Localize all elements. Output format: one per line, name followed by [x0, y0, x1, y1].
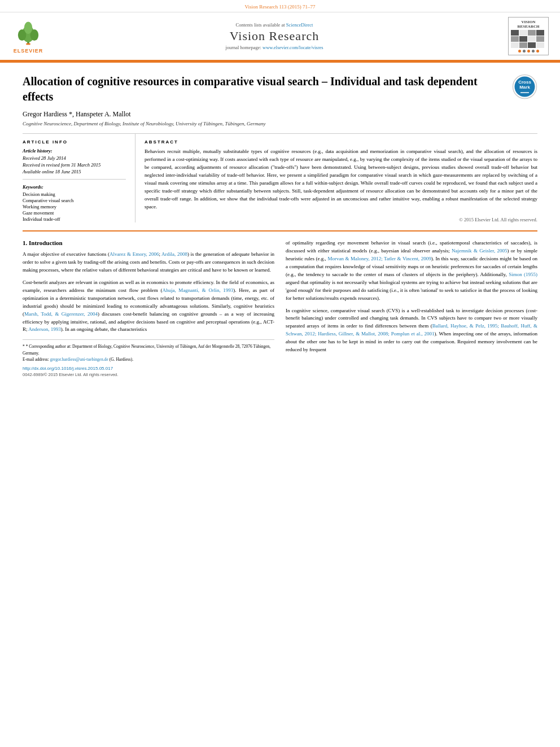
sciencedirect-link[interactable]: ScienceDirect	[286, 22, 313, 28]
authors: Gregor Hardiess *, Hanspeter A. Mallot	[23, 110, 537, 119]
ref-anderson[interactable]: Anderson, 1993	[28, 326, 61, 332]
ref-morvan[interactable]: Morvan & Maloney, 2012; Tatler & Vincent…	[327, 256, 431, 261]
title-area: Cross Mark ✓ Allocation of cognitive res…	[23, 74, 537, 104]
received-revised-date: Received in revised form 31 March 2015	[23, 162, 126, 168]
footnote-area: * * Corresponding author at: Department …	[23, 339, 274, 377]
svg-text:Mark: Mark	[519, 85, 530, 90]
top-bar: Vision Research 113 (2015) 71–77	[0, 0, 560, 12]
doi-link: http://dx.doi.org/10.1016/j.visres.2015.…	[23, 366, 274, 371]
affiliation: Cognitive Neuroscience, Department of Bi…	[23, 121, 537, 126]
svg-text:Cross: Cross	[518, 80, 531, 85]
ref-ballard[interactable]: Ballard, Hayhoe, & Pelz, 1995; Bauhoff, …	[286, 323, 537, 337]
keyword-3: Working memory	[23, 204, 126, 209]
article-history-label: Article history:	[23, 148, 126, 154]
article-content: Cross Mark ✓ Allocation of cognitive res…	[0, 63, 560, 388]
keyword-1: Decision making	[23, 191, 126, 197]
article-info-abstract: ARTICLE INFO Article history: Received 2…	[23, 133, 537, 222]
body-para-1: A major objective of executive functions…	[23, 251, 274, 274]
footnote-name: (G. Hardiess).	[110, 357, 133, 362]
article-title: Allocation of cognitive resources in com…	[23, 74, 537, 104]
body-columns: 1. Introduction A major objective of exe…	[23, 239, 537, 377]
article-info-heading: ARTICLE INFO	[23, 139, 126, 145]
ref-ardila[interactable]: Ardila, 2008	[161, 251, 187, 257]
abstract-heading: ABSTRACT	[145, 139, 537, 145]
journal-header: ELSEVIER Contents lists available at Sci…	[0, 12, 560, 61]
abstract-text: Behaviors recruit multiple, mutually sub…	[145, 148, 537, 211]
article-info-col: ARTICLE INFO Article history: Received 2…	[23, 134, 135, 222]
issn-line: 0042-6989/© 2015 Elsevier Ltd. All right…	[23, 372, 274, 377]
journal-title: Vision Research	[45, 29, 504, 43]
footnote-text: * * Corresponding author at: Department …	[23, 343, 274, 362]
doi-anchor[interactable]: http://dx.doi.org/10.1016/j.visres.2015.…	[23, 366, 113, 371]
journal-center-info: Contents lists available at ScienceDirec…	[45, 22, 504, 50]
body-col-right: of optimality regarding eye movement beh…	[286, 239, 537, 377]
ref-marsh[interactable]: Marsh, Todd, & Gigerenzer, 2004	[24, 311, 98, 317]
journal-citation-link[interactable]: Vision Research 113 (2015) 71–77	[244, 4, 315, 10]
ref-ahuja[interactable]: Ahuja, Magnanti, & Orlin, 1993	[162, 287, 233, 293]
crossmark-badge[interactable]: Cross Mark ✓	[512, 74, 537, 101]
contents-available-text: Contents lists available at ScienceDirec…	[45, 22, 504, 28]
author-names: Gregor Hardiess *, Hanspeter A. Mallot	[23, 110, 131, 118]
svg-text:✓: ✓	[523, 94, 526, 97]
homepage-line: journal homepage: www.elsevier.com/locat…	[45, 45, 504, 50]
body-para-right-1: of optimality regarding eye movement beh…	[286, 239, 537, 303]
abstract-col: ABSTRACT Behaviors recruit multiple, mut…	[135, 134, 537, 222]
keyword-4: Gaze movement	[23, 210, 126, 216]
ref-simon[interactable]: Simon (1955)	[509, 272, 537, 277]
section1-title: 1. Introduction	[23, 239, 274, 246]
body-col-left: 1. Introduction A major objective of exe…	[23, 239, 274, 377]
keywords-label: Keywords:	[23, 184, 126, 190]
body-para-right-2: In cognitive science, comparative visual…	[286, 307, 537, 355]
available-online-date: Available online 18 June 2015	[23, 169, 126, 174]
vision-research-logo: VISIONRESEARCH	[504, 17, 549, 55]
body-divider	[23, 230, 537, 231]
footnote-email-label: E-mail address:	[23, 357, 49, 362]
body-para-2: Cost-benefit analyzes are relevant in co…	[23, 279, 274, 334]
keyword-2: Comparative visual search	[23, 198, 126, 203]
keyword-5: Individual trade-off	[23, 216, 126, 222]
svg-point-4	[24, 21, 33, 34]
footnote-email-link[interactable]: gregor.hardiess@uni-tuebingen.de	[50, 357, 108, 362]
copyright-line: © 2015 Elsevier Ltd. All rights reserved…	[145, 217, 537, 222]
homepage-link[interactable]: www.elsevier.com/locate/visres	[262, 45, 323, 50]
ref-najemnik[interactable]: Najemnik & Geisler, 2005	[452, 248, 507, 254]
ref-alvarez[interactable]: Alvarez & Emory, 2006	[110, 251, 159, 257]
elsevier-text: ELSEVIER	[14, 48, 43, 54]
received-date: Received 28 July 2014	[23, 155, 126, 161]
elsevier-logo: ELSEVIER	[11, 19, 45, 54]
svg-rect-5	[26, 43, 30, 45]
footnote-star: * Corresponding author at: Department of…	[23, 344, 270, 355]
